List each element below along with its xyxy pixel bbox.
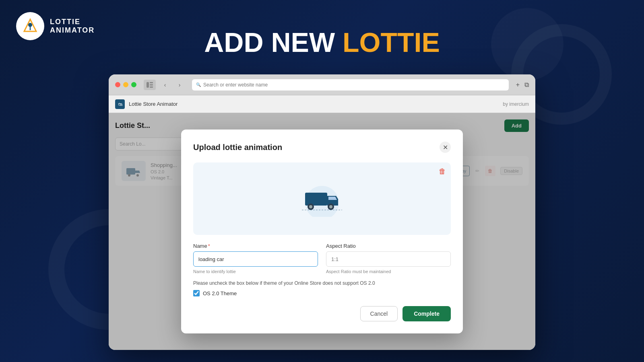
logo-svg — [20, 16, 40, 36]
traffic-light-yellow[interactable] — [123, 82, 128, 87]
modal-preview: 🗑 — [193, 162, 451, 235]
os-checkbox-row: OS 2.0 Theme — [193, 290, 451, 296]
new-tab-icon[interactable]: + — [516, 81, 520, 88]
main-title: ADD NEW LOTTIE — [204, 27, 440, 58]
main-title-white: ADD NEW — [204, 27, 335, 58]
main-title-orange: LOTTIE — [343, 27, 440, 58]
name-field-group: Name* Name to identify lottie — [193, 243, 318, 274]
logo-circle — [16, 12, 44, 40]
address-text: Search or enter website name — [203, 82, 268, 88]
modal-footer: Cancel Complete — [193, 306, 451, 321]
svg-rect-4 — [147, 82, 149, 88]
ratio-label: Aspect Ratio — [326, 243, 451, 249]
os-checkbox-label: OS 2.0 Theme — [203, 290, 237, 296]
modal-title: Upload lottie animation — [193, 143, 282, 152]
traffic-light-green[interactable] — [131, 82, 136, 87]
name-hint: Name to identify lottie — [193, 269, 318, 274]
ratio-input[interactable] — [326, 251, 451, 267]
extension-toolbar: 🛍 Lottie Store Animator by imercium — [109, 95, 535, 113]
browser-chrome: ‹ › 🔍 Search or enter website name + ⧉ — [109, 74, 535, 95]
browser-actions: + ⧉ — [516, 81, 529, 88]
brand-line2: ANIMATOR — [50, 26, 95, 35]
modal-close-button[interactable]: ✕ — [440, 142, 451, 153]
brand-line1: LOTTIE — [50, 18, 95, 26]
modal-form-fields: Name* Name to identify lottie Aspect Rat… — [193, 243, 451, 274]
svg-rect-5 — [150, 82, 153, 83]
complete-button[interactable]: Complete — [402, 306, 451, 321]
traffic-light-red[interactable] — [115, 82, 120, 87]
modal-delete-icon[interactable]: 🗑 — [439, 167, 446, 176]
tab-overview-icon[interactable]: ⧉ — [524, 81, 529, 88]
back-btn[interactable]: ‹ — [160, 80, 170, 90]
author-label: by imercium — [503, 101, 529, 107]
logo-area: LOTTIE ANIMATOR — [16, 12, 95, 40]
forward-btn[interactable]: › — [174, 80, 185, 90]
sidebar-toggle-btn[interactable] — [144, 80, 156, 90]
ratio-hint: Aspect Ratio must be maintained — [326, 269, 451, 274]
svg-rect-12 — [305, 193, 327, 206]
name-input[interactable] — [193, 251, 318, 267]
search-icon: 🔍 — [196, 82, 201, 87]
traffic-lights — [115, 82, 136, 87]
ratio-field-group: Aspect Ratio Aspect Ratio must be mainta… — [326, 243, 451, 274]
truck-animation-preview — [298, 181, 346, 217]
modal-overlay: Upload lottie animation ✕ 🗑 — [109, 113, 535, 350]
os-notice-text: Please uncheck the box below if theme of… — [193, 280, 451, 286]
page-header: LOTTIE ANIMATOR ADD NEW LOTTIE — [0, 0, 644, 76]
brand-name: LOTTIE ANIMATOR — [50, 18, 95, 35]
upload-modal: Upload lottie animation ✕ 🗑 — [181, 130, 463, 333]
modal-header: Upload lottie animation ✕ — [193, 142, 451, 153]
browser-content: Lottie St... Add Search Lo... — [109, 113, 535, 350]
svg-point-14 — [309, 205, 312, 208]
browser-window: ‹ › 🔍 Search or enter website name + ⧉ 🛍… — [109, 74, 535, 350]
address-bar[interactable]: 🔍 Search or enter website name — [192, 79, 509, 90]
svg-rect-6 — [150, 84, 153, 85]
store-icon-symbol: 🛍 — [118, 102, 122, 107]
os-checkbox[interactable] — [193, 290, 200, 296]
store-name-label: Lottie Store Animator — [129, 101, 178, 107]
name-label: Name* — [193, 243, 318, 249]
store-icon: 🛍 — [115, 99, 125, 109]
cancel-button[interactable]: Cancel — [360, 306, 398, 321]
svg-point-16 — [329, 205, 332, 208]
svg-rect-7 — [150, 86, 153, 88]
